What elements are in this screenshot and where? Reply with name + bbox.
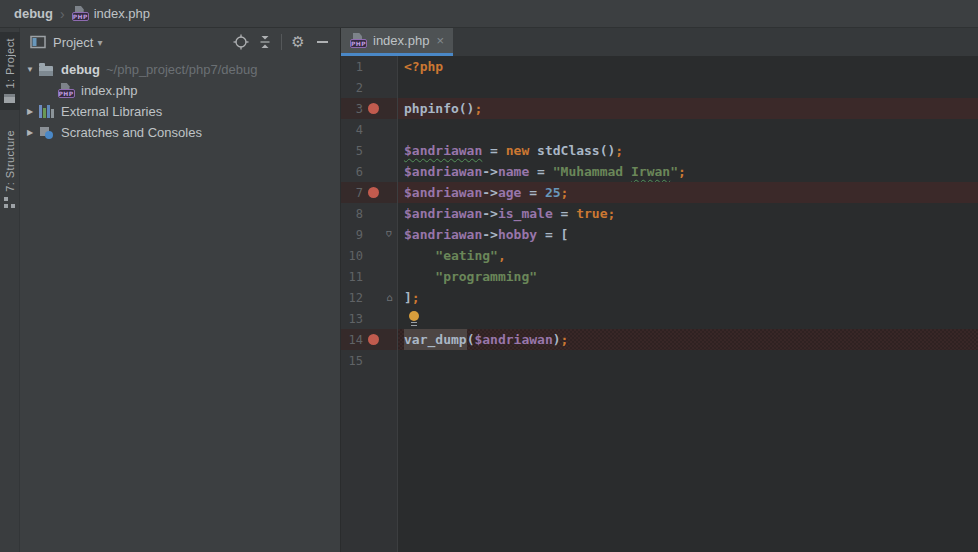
hide-panel-button[interactable] <box>310 31 334 53</box>
code-token: $andriawan <box>404 224 482 245</box>
code-line-7[interactable]: 7$andriawan->age = 25; <box>341 182 978 203</box>
code-text[interactable] <box>398 371 978 552</box>
collapse-all-button[interactable] <box>253 31 277 53</box>
code-text[interactable]: "eating", <box>398 245 978 266</box>
gutter[interactable]: 11 <box>341 266 398 287</box>
fold-marker-icon[interactable]: ⌂ <box>386 229 392 240</box>
code-text[interactable]: $andriawan->is_male = true; <box>398 203 978 224</box>
code-token: hobby <box>498 224 537 245</box>
gutter[interactable]: 14 <box>341 329 398 350</box>
gutter[interactable]: 2 <box>341 77 398 98</box>
code-line-2[interactable]: 2 <box>341 77 978 98</box>
breakpoint-icon[interactable] <box>368 334 379 345</box>
code-line-3[interactable]: 3phpinfo(); <box>341 98 978 119</box>
tree-item-debug-folder[interactable]: ▼ debug ~/php_project/php7/debug <box>20 59 340 80</box>
code-text[interactable]: $andriawan->age = 25; <box>398 182 978 203</box>
tool-button-project-label: 1: Project <box>4 38 16 88</box>
code-token: name <box>498 161 529 182</box>
breakpoint-zone[interactable] <box>363 103 383 114</box>
code-line-9[interactable]: 9⌂$andriawan->hobby = [ <box>341 224 978 245</box>
code-text[interactable]: "programming" <box>398 266 978 287</box>
collapse-arrow-icon[interactable]: ▶ <box>20 128 36 137</box>
code-line-15[interactable]: 15 <box>341 350 978 371</box>
intention-bulb-icon[interactable] <box>409 311 419 326</box>
chevron-down-icon[interactable]: ▾ <box>97 37 102 48</box>
close-icon[interactable]: × <box>436 33 444 48</box>
breakpoint-icon[interactable] <box>368 187 379 198</box>
gutter[interactable]: 1 <box>341 56 398 77</box>
code-editor[interactable]: 1<?php23phpinfo();45$andriawan = new std… <box>341 56 978 552</box>
code-line-13[interactable]: 13 <box>341 308 978 329</box>
tool-button-project[interactable]: 1: Project <box>0 32 20 110</box>
fold-marker-icon[interactable]: ⌂ <box>386 292 392 303</box>
tree-item-external-libraries[interactable]: ▶ External Libraries <box>20 101 340 122</box>
breakpoint-zone[interactable] <box>363 334 383 345</box>
code-line-14[interactable]: 14var_dump($andriawan); <box>341 329 978 350</box>
code-text[interactable]: $andriawan->name = "Muhammad Irwan"; <box>398 161 978 182</box>
header-divider <box>281 34 282 50</box>
code-line-11[interactable]: 11 "programming" <box>341 266 978 287</box>
code-text[interactable]: var_dump($andriawan); <box>398 329 978 350</box>
code-line-12[interactable]: 12⌂]; <box>341 287 978 308</box>
breadcrumb-bar: debug › PHP index.php <box>0 0 978 28</box>
code-token: -> <box>482 203 498 224</box>
breadcrumb-file[interactable]: index.php <box>94 6 150 21</box>
gutter[interactable]: 9⌂ <box>341 224 398 245</box>
code-text[interactable]: <?php <box>398 56 978 77</box>
project-tree: ▼ debug ~/php_project/php7/debug PHP ind… <box>20 56 340 552</box>
breakpoint-zone[interactable] <box>363 187 383 198</box>
gutter[interactable]: 5 <box>341 140 398 161</box>
gutter[interactable]: 12⌂ <box>341 287 398 308</box>
gutter[interactable]: 10 <box>341 245 398 266</box>
breadcrumb-chevron-icon: › <box>60 6 65 22</box>
gutter[interactable]: 15 <box>341 350 398 371</box>
phpstorm-window: debug › PHP index.php 1: Project 7: Stru… <box>0 0 978 552</box>
code-text[interactable]: $andriawan = new stdClass(); <box>398 140 978 161</box>
tab-index-php[interactable]: PHP index.php × <box>341 28 453 56</box>
expand-arrow-icon[interactable]: ▼ <box>20 65 36 74</box>
code-line-4[interactable]: 4 <box>341 119 978 140</box>
code-text[interactable] <box>398 77 978 98</box>
code-text[interactable]: ]; <box>398 287 978 308</box>
line-number: 2 <box>341 81 363 95</box>
php-file-icon: PHP <box>72 6 89 21</box>
gutter <box>341 371 398 552</box>
tree-item-scratches[interactable]: ▶ Scratches and Consoles <box>20 122 340 143</box>
code-text[interactable] <box>398 119 978 140</box>
line-number: 15 <box>341 354 363 368</box>
code-line-1[interactable]: 1<?php <box>341 56 978 77</box>
code-line-8[interactable]: 8$andriawan->is_male = true; <box>341 203 978 224</box>
code-line-6[interactable]: 6$andriawan->name = "Muhammad Irwan"; <box>341 161 978 182</box>
code-token: age <box>498 182 521 203</box>
code-text[interactable]: $andriawan->hobby = [ <box>398 224 978 245</box>
editor-filler <box>341 371 978 552</box>
gutter[interactable]: 7 <box>341 182 398 203</box>
gutter[interactable]: 13 <box>341 308 398 329</box>
collapse-arrow-icon[interactable]: ▶ <box>20 107 36 116</box>
code-text[interactable] <box>398 308 978 329</box>
code-token: -> <box>482 182 498 203</box>
tree-item-index-php[interactable]: PHP index.php <box>20 80 340 101</box>
gutter[interactable]: 6 <box>341 161 398 182</box>
tool-button-structure[interactable]: 7: Structure <box>0 124 20 214</box>
code-text[interactable] <box>398 350 978 371</box>
project-panel-title[interactable]: Project <box>53 35 93 50</box>
settings-gear-button[interactable]: ⚙ <box>286 31 310 53</box>
gutter[interactable]: 3 <box>341 98 398 119</box>
code-token: <?php <box>404 56 443 77</box>
code-line-5[interactable]: 5$andriawan = new stdClass(); <box>341 140 978 161</box>
gutter[interactable]: 4 <box>341 119 398 140</box>
code-token: true <box>576 203 607 224</box>
code-token: -> <box>482 224 498 245</box>
code-line-10[interactable]: 10 "eating", <box>341 245 978 266</box>
line-number: 8 <box>341 207 363 221</box>
gear-icon: ⚙ <box>291 33 304 51</box>
gutter[interactable]: 8 <box>341 203 398 224</box>
main-area: 1: Project 7: Structure <box>0 28 978 552</box>
fold-zone: ⌂ <box>383 229 396 240</box>
breakpoint-icon[interactable] <box>368 103 379 114</box>
breadcrumb-project[interactable]: debug <box>14 6 53 21</box>
code-token: "programming" <box>435 266 537 287</box>
code-text[interactable]: phpinfo(); <box>398 98 978 119</box>
locate-file-button[interactable] <box>229 31 253 53</box>
